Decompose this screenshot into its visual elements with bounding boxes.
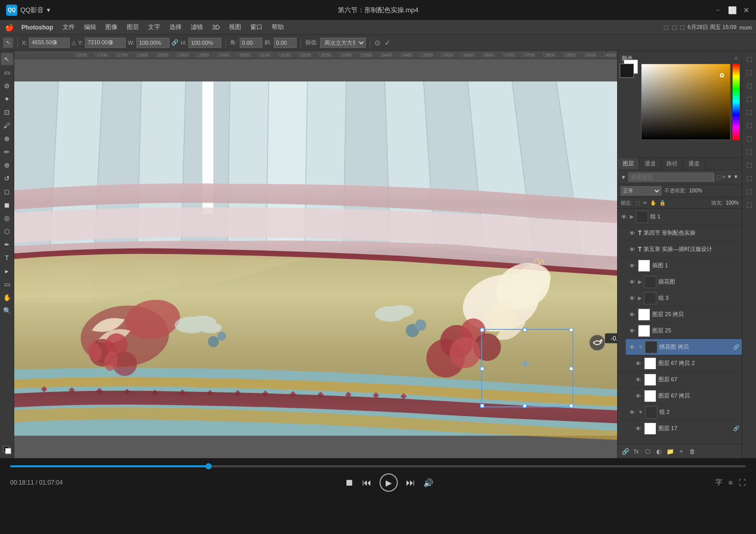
tool-brush[interactable]: ✏ — [1, 146, 13, 158]
color-hue-slider[interactable] — [733, 64, 740, 140]
tool-hand[interactable]: ✋ — [1, 291, 13, 303]
strip-icon-8[interactable]: ⬚ — [743, 146, 755, 158]
layer-visibility[interactable]: 👁 — [628, 408, 636, 416]
strip-icon-10[interactable]: ⬚ — [743, 172, 755, 184]
tool-magic-wand[interactable]: ✦ — [1, 93, 13, 105]
fg-color-swatch[interactable] — [620, 64, 634, 78]
stop-button[interactable]: ⏹ — [345, 477, 354, 488]
interpolation-select[interactable]: 两次立方方形 — [320, 38, 366, 48]
strip-icon-1[interactable]: ⬚ — [743, 53, 755, 65]
strip-icon-6[interactable]: ⬚ — [743, 119, 755, 131]
menu-filter[interactable]: 滤镜 — [187, 22, 207, 33]
lock-all-icon[interactable]: 🔒 — [659, 200, 665, 206]
layer-item-layer25copy[interactable]: 👁 图层 25 拷贝 — [626, 306, 742, 323]
layer-item-layer25[interactable]: 👁 图层 25 — [626, 323, 742, 339]
expand-icon[interactable]: ▶ — [638, 279, 642, 285]
expand-icon[interactable]: ▶ — [630, 214, 634, 219]
tool-path-select[interactable]: ▸ — [1, 265, 13, 277]
tab-channels[interactable]: 通道 — [639, 158, 661, 170]
close-button[interactable]: ✕ — [743, 7, 750, 14]
layer-visibility[interactable]: 👁 — [628, 311, 636, 319]
playlist-button[interactable]: ≡ — [729, 479, 733, 487]
layer-visibility[interactable]: 👁 — [628, 245, 636, 254]
layer-options-icon[interactable]: ▼ — [733, 174, 739, 180]
delete-button[interactable]: 🗑 — [688, 447, 697, 456]
apple-icon[interactable]: 🍎 — [4, 22, 14, 33]
layer-visibility[interactable]: 👁 — [634, 392, 642, 400]
menu-edit[interactable]: 编辑 — [80, 22, 100, 33]
menu-help[interactable]: 帮助 — [268, 22, 288, 33]
layer-visibility[interactable]: 👁 — [628, 262, 636, 270]
subtitle-button[interactable]: 字 — [715, 478, 722, 487]
layer-item-group2[interactable]: 👁 ▼ 组 2 — [626, 404, 742, 420]
lock-transparent-icon[interactable]: ⬚ — [635, 200, 640, 206]
tool-heal[interactable]: ⊕ — [1, 132, 13, 145]
tool-move[interactable]: ↖ — [1, 53, 13, 65]
layer-item-text1[interactable]: 👁 T 第四节 形制配色实操 — [626, 225, 742, 241]
layer-visibility[interactable]: 👁 — [628, 278, 636, 286]
strip-icon-5[interactable]: ⬚ — [743, 106, 755, 118]
next-button[interactable]: ⏭ — [406, 477, 415, 488]
layer-item-group-chuahua[interactable]: 👁 ▶ 插花图 — [626, 274, 742, 290]
tool-fg-bg-color[interactable] — [1, 444, 13, 456]
tool-crop[interactable]: ⊡ — [1, 106, 13, 118]
layer-link-button[interactable]: 🔗 — [621, 447, 630, 456]
layer-visibility[interactable]: 👁 — [628, 327, 636, 335]
layer-item-img1[interactable]: 👁 插图 1 — [626, 258, 742, 274]
expand-icon[interactable]: ▼ — [638, 344, 643, 350]
layer-item-layer67copy2[interactable]: 👁 图层 67 拷贝 2 — [618, 355, 742, 372]
menu-layer[interactable]: 图层 — [123, 22, 143, 33]
layer-visibility[interactable]: 👁 — [620, 213, 628, 221]
tool-dodge[interactable]: ⬡ — [1, 225, 13, 237]
strip-icon-3[interactable]: ⬚ — [743, 79, 755, 92]
tool-pen[interactable]: ✒ — [1, 238, 13, 250]
menu-file[interactable]: 文件 — [59, 22, 79, 33]
x-input[interactable] — [29, 38, 70, 48]
menu-3d[interactable]: 3D — [208, 23, 224, 32]
tool-shape[interactable]: ▭ — [1, 278, 13, 290]
tab-paths[interactable]: 路径 — [661, 158, 683, 170]
expand-icon[interactable]: ▼ — [638, 409, 643, 415]
layer-item-layer67[interactable]: 👁 图层 67 — [618, 372, 742, 388]
menu-select[interactable]: 选择 — [165, 22, 186, 33]
layer-visibility[interactable]: 👁 — [628, 343, 636, 351]
ps-canvas[interactable]: -0.2° — [14, 59, 617, 458]
fullscreen-button[interactable]: ⛶ — [739, 479, 746, 487]
layer-item-layer67copy[interactable]: 👁 图层 67 拷贝 — [618, 388, 742, 404]
layer-visibility[interactable]: 👁 — [634, 359, 642, 368]
angle-input[interactable] — [240, 38, 263, 48]
w-input[interactable] — [136, 38, 169, 48]
cancel-transform-icon[interactable]: ⊙ — [374, 39, 381, 47]
layer-visibility[interactable]: 👁 — [634, 376, 642, 384]
restore-button[interactable]: ⬜ — [729, 7, 736, 14]
lock-image-icon[interactable]: ✏ — [643, 200, 647, 206]
progress-bar-container[interactable] — [10, 465, 746, 467]
strip-icon-4[interactable]: ⬚ — [743, 93, 755, 105]
tab-layers[interactable]: 图层 — [618, 158, 639, 170]
layer-visibility[interactable]: 👁 — [628, 229, 636, 237]
layer-item-group-xiuhua-copy[interactable]: 👁 ▼ 绣花图 拷贝 🔗 — [626, 339, 742, 355]
tool-blur[interactable]: ◎ — [1, 212, 13, 224]
color-saturation-field[interactable] — [641, 64, 731, 140]
y-input[interactable] — [85, 38, 126, 48]
opacity-value[interactable]: 100% — [689, 188, 703, 193]
fg-bg-swatches[interactable] — [620, 64, 639, 83]
strip-icon-11[interactable]: ⬚ — [743, 185, 755, 198]
minimize-button[interactable]: － — [714, 7, 721, 14]
layer-item-group3[interactable]: 👁 ▶ 组 3 — [626, 290, 742, 306]
fill-value[interactable]: 100% — [725, 200, 739, 206]
confirm-transform-icon[interactable]: ✓ — [385, 39, 391, 47]
tool-zoom[interactable]: 🔍 — [1, 304, 13, 317]
strip-icon-9[interactable]: ⬚ — [743, 159, 755, 171]
tool-select-rect[interactable]: ▭ — [1, 66, 13, 78]
dropdown-arrow[interactable]: ▾ — [47, 6, 50, 14]
prev-button[interactable]: ⏮ — [362, 477, 371, 488]
tool-history-brush[interactable]: ↺ — [1, 172, 13, 184]
skew-input[interactable] — [274, 38, 297, 48]
menu-image[interactable]: 图像 — [101, 22, 122, 33]
menu-view[interactable]: 视图 — [225, 22, 245, 33]
adjustment-button[interactable]: ◐ — [654, 447, 663, 456]
layer-item-layer17[interactable]: 👁 图层 17 🔗 — [618, 420, 742, 437]
layer-item-group1[interactable]: 👁 ▶ 组 1 — [618, 209, 742, 225]
tool-gradient[interactable]: ◼ — [1, 199, 13, 211]
